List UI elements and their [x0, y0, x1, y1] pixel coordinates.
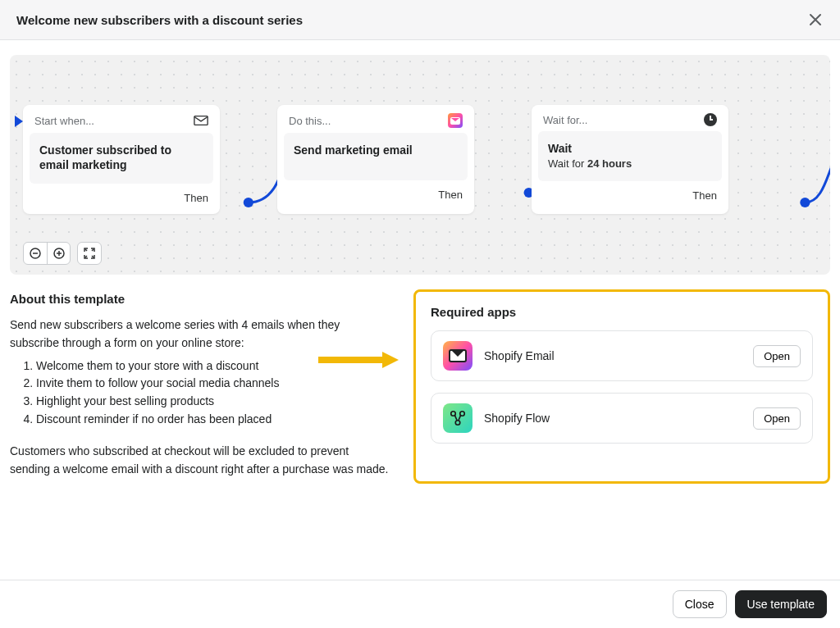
start-marker-icon — [15, 116, 23, 127]
list-item: Invite them to follow your social media … — [36, 375, 389, 393]
card-then-label: Then — [277, 187, 474, 211]
about-section: About this template Send new subscribers… — [10, 289, 389, 484]
card-head-label: Do this... — [289, 115, 331, 127]
about-intro: Send new subscribers a welcome series wi… — [10, 316, 389, 352]
modal-header: Welcome new subscribers with a discount … — [0, 0, 840, 40]
required-apps-panel: Required apps Shopify Email Open Shopify… — [413, 289, 830, 484]
list-item: Highlight your best selling products — [36, 393, 389, 411]
required-app-row: Shopify Email Open — [431, 330, 813, 381]
arrow-annotation-icon — [317, 350, 399, 370]
app-name: Shopify Email — [484, 349, 742, 362]
about-outro: Customers who subscribed at checkout wil… — [10, 443, 389, 478]
workflow-card-action[interactable]: Do this... Send marketing email Then — [277, 105, 474, 214]
card-head-label: Start when... — [34, 115, 94, 127]
email-app-icon — [448, 113, 463, 128]
clock-icon — [704, 113, 717, 126]
zoom-in-button[interactable] — [47, 243, 70, 264]
card-subtitle: Wait for 24 hours — [548, 157, 712, 170]
svg-rect-5 — [194, 116, 208, 125]
shopify-email-icon — [443, 341, 472, 371]
open-app-button[interactable]: Open — [753, 407, 801, 430]
svg-marker-12 — [382, 352, 399, 368]
workflow-canvas[interactable]: Start when... Customer subscribed to ema… — [10, 55, 830, 275]
modal-title: Welcome new subscribers with a discount … — [16, 13, 303, 27]
about-heading: About this template — [10, 289, 389, 308]
required-apps-heading: Required apps — [431, 305, 813, 319]
list-item: Discount reminder if no order has been p… — [36, 411, 389, 429]
workflow-card-wait[interactable]: Wait for... Wait Wait for 24 hours Then — [532, 105, 728, 214]
required-app-row: Shopify Flow Open — [431, 393, 813, 444]
svg-line-16 — [454, 415, 457, 420]
workflow-card-start[interactable]: Start when... Customer subscribed to ema… — [23, 105, 220, 214]
open-app-button[interactable]: Open — [753, 345, 801, 367]
card-head-label: Wait for... — [543, 114, 587, 126]
envelope-icon — [194, 113, 208, 128]
card-title: Customer subscribed to email marketing — [39, 143, 203, 172]
canvas-controls — [23, 242, 102, 265]
modal-footer: Close Use template — [0, 580, 840, 628]
fit-view-button[interactable] — [78, 243, 101, 264]
card-then-label: Then — [532, 188, 728, 212]
app-name: Shopify Flow — [484, 412, 742, 425]
svg-point-15 — [455, 421, 460, 425]
use-template-button[interactable]: Use template — [735, 590, 827, 618]
svg-line-17 — [459, 415, 461, 420]
card-title: Wait — [548, 141, 712, 156]
shopify-flow-icon — [443, 403, 472, 433]
close-icon[interactable] — [807, 11, 824, 28]
close-button[interactable]: Close — [673, 590, 727, 618]
card-then-label: Then — [23, 190, 220, 214]
card-title: Send marketing email — [294, 143, 458, 157]
zoom-out-button[interactable] — [24, 243, 47, 264]
